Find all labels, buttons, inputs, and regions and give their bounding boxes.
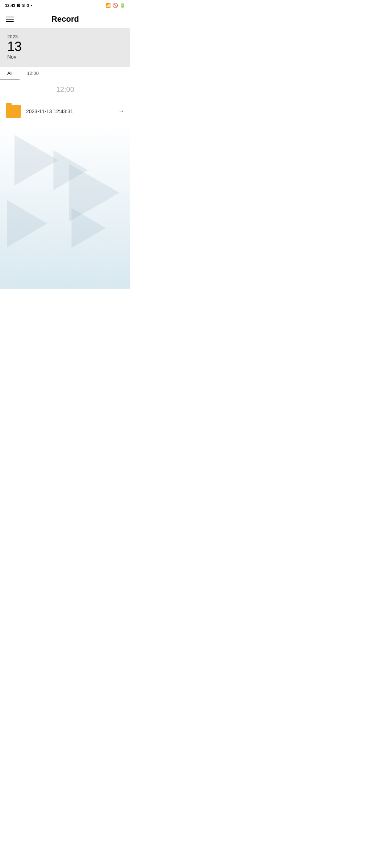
folder-icon <box>6 105 21 118</box>
watermark-background <box>0 124 130 289</box>
page-title: Record <box>51 14 79 24</box>
tabs-bar: All 12:00 <box>0 67 130 80</box>
hamburger-line <box>6 19 14 20</box>
month-label: Nov <box>7 54 123 60</box>
hamburger-line <box>6 21 14 22</box>
time-group-header: 12:00 <box>0 80 130 99</box>
alarm-off-icon: 🚫 <box>113 3 118 8</box>
notification-icon: ① <box>22 4 25 8</box>
tab-time[interactable]: 12:00 <box>20 67 46 80</box>
bottom-nav: Record <box>0 289 130 289</box>
status-bar: 12:43 🖼 ① G • 📶 🚫 🔋 <box>0 0 130 10</box>
record-datetime: 2023-11-13 12:43:31 <box>26 109 118 114</box>
battery-icon: 🔋 <box>120 3 125 8</box>
dot-icon: • <box>31 4 32 8</box>
hamburger-line <box>6 17 14 17</box>
top-bar: Record <box>0 10 130 28</box>
arrow-right-icon: → <box>118 107 125 115</box>
year-label: 2023 <box>7 34 123 39</box>
watermark-triangle-4 <box>7 200 47 247</box>
g-icon: G <box>26 4 29 8</box>
tab-all[interactable]: All <box>0 67 20 80</box>
time-display: 12:43 <box>5 3 15 8</box>
status-time: 12:43 🖼 ① G • <box>5 3 32 8</box>
record-item[interactable]: 2023-11-13 12:43:31 → <box>0 99 130 124</box>
menu-button[interactable] <box>6 17 14 22</box>
date-section: 2023 13 Nov <box>0 28 130 67</box>
gallery-icon: 🖼 <box>17 4 20 8</box>
day-label: 13 <box>7 39 123 54</box>
status-icons: 📶 🚫 🔋 <box>105 3 125 8</box>
watermark-triangle-5 <box>72 208 106 248</box>
watermark-triangle-1 <box>14 135 58 186</box>
content-area: 12:00 2023-11-13 12:43:31 → <box>0 80 130 289</box>
wifi-icon: 📶 <box>105 3 111 8</box>
